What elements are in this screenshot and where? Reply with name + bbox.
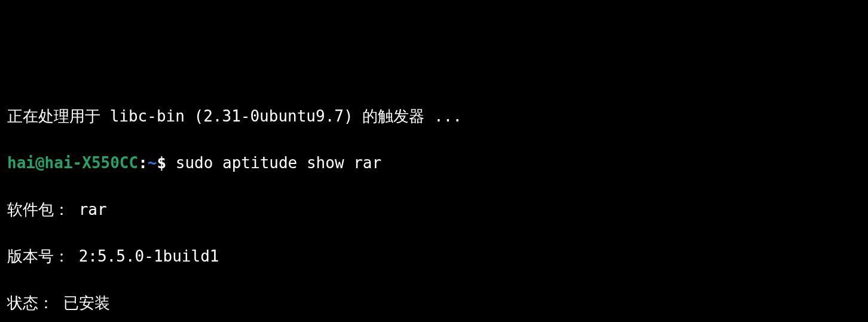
prompt-separator: : [138, 154, 148, 172]
terminal-output[interactable]: 正在处理用于 libc-bin (2.31-0ubuntu9.7) 的触发器 .… [0, 93, 868, 322]
prompt-path: ~ [148, 154, 157, 172]
prompt-user-host: hai@hai-X550CC [7, 154, 138, 172]
output-version: 版本号： 2:5.5.0-1build1 [7, 245, 861, 268]
output-state: 状态： 已安装 [7, 291, 861, 315]
output-package: 软件包： rar [7, 198, 861, 221]
previous-output-line: 正在处理用于 libc-bin (2.31-0ubuntu9.7) 的触发器 .… [7, 105, 861, 128]
prompt-line: hai@hai-X550CC:~$ sudo aptitude show rar [7, 151, 861, 175]
prompt-dollar: $ [157, 154, 175, 172]
command-input: sudo aptitude show rar [176, 154, 381, 172]
